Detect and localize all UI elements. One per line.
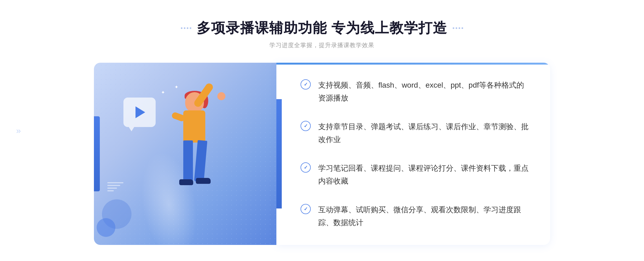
title-row: 多项录播课辅助功能 专为线上教学打造 [181, 19, 463, 38]
check-icon-wrapper-3: ✓ [301, 162, 311, 173]
left-accent-bar [94, 116, 100, 191]
figure-shoe-right [196, 178, 211, 184]
feature-text-1: 支持视频、音频、flash、word、excel、ppt、pdf等各种格式的资源… [318, 79, 529, 104]
title-dots-right [453, 27, 463, 29]
page-subtitle: 学习进度全掌握，提升录播课教学效果 [269, 41, 374, 49]
figure-hand-right [217, 92, 225, 100]
feature-item-2: ✓ 支持章节目录、弹题考试、课后练习、课后作业、章节测验、批改作业 [301, 115, 529, 151]
figure-pants-left [183, 140, 193, 183]
left-page-decoration: » [16, 126, 21, 135]
check-mark-1: ✓ [304, 82, 308, 87]
check-circle-2: ✓ [301, 121, 311, 131]
deco-line-4 [107, 190, 114, 191]
illustration-panel: ✦ ✦ [94, 63, 276, 245]
check-icon-wrapper-4: ✓ [301, 204, 311, 214]
figure-illustration [140, 84, 225, 245]
feature-item-3: ✓ 学习笔记回看、课程提问、课程评论打分、课件资料下载，重点内容收藏 [301, 157, 529, 192]
card-top-accent [276, 63, 550, 65]
check-icon-wrapper-1: ✓ [301, 79, 311, 90]
feature-item-4: ✓ 互动弹幕、试听购买、微信分享、观看次数限制、学习进度跟踪、数据统计 [301, 199, 529, 234]
check-circle-1: ✓ [301, 79, 311, 90]
deco-lines [107, 182, 123, 191]
page-wrapper: 多项录播课辅助功能 专为线上教学打造 学习进度全掌握，提升录播课教学效果 » [0, 5, 644, 256]
feature-text-4: 互动弹幕、试听购买、微信分享、观看次数限制、学习进度跟踪、数据统计 [318, 203, 529, 229]
chevron-left-icon: » [16, 126, 21, 135]
deco-line-1 [107, 182, 123, 183]
figure-pants-right [194, 140, 207, 182]
figure-body [183, 110, 205, 143]
feature-text-2: 支持章节目录、弹题考试、课后练习、课后作业、章节测验、批改作业 [318, 120, 529, 146]
connector-strip [276, 99, 282, 208]
check-mark-2: ✓ [304, 124, 308, 128]
features-panel: ✓ 支持视频、音频、flash、word、excel、ppt、pdf等各种格式的… [276, 63, 550, 245]
figure-shoe-left [179, 179, 193, 185]
header-section: 多项录播课辅助功能 专为线上教学打造 学习进度全掌握，提升录播课教学效果 [181, 19, 463, 49]
deco-line-2 [107, 185, 120, 186]
deco-line-3 [107, 188, 117, 189]
feature-item-1: ✓ 支持视频、音频、flash、word、excel、ppt、pdf等各种格式的… [301, 74, 529, 109]
check-circle-4: ✓ [301, 204, 311, 214]
deco-circle-small [97, 218, 115, 237]
check-icon-wrapper-2: ✓ [301, 121, 311, 131]
content-area: ✦ ✦ [94, 63, 550, 245]
title-dots-left [181, 27, 191, 29]
feature-text-3: 学习笔记回看、课程提问、课程评论打分、课件资料下载，重点内容收藏 [318, 162, 529, 187]
check-mark-4: ✓ [304, 207, 308, 211]
page-title: 多项录播课辅助功能 专为线上教学打造 [197, 19, 447, 38]
check-circle-3: ✓ [301, 162, 311, 173]
check-mark-3: ✓ [304, 165, 308, 170]
